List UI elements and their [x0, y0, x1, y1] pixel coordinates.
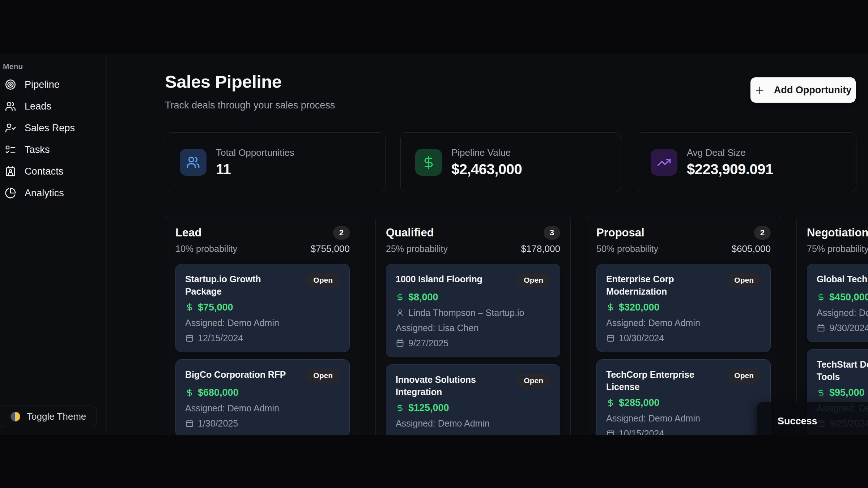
- column-lead: Lead 2 10% probability $755,000 Startup.…: [165, 215, 360, 435]
- deal-amount: $95,000: [829, 387, 865, 398]
- dollar-sign-icon: [185, 303, 194, 312]
- deal-date: 9/27/2025: [408, 338, 448, 348]
- users-icon: [4, 100, 17, 112]
- pie-chart-icon: [4, 187, 17, 199]
- column-title: Negotiation: [807, 226, 868, 239]
- calendar-icon: [606, 334, 615, 342]
- deal-assigned: Assigned: Demo Admin: [817, 308, 868, 318]
- column-title: Proposal: [596, 226, 644, 239]
- column-total: $755,000: [311, 243, 350, 254]
- user-icon: [396, 308, 404, 317]
- success-toast: Success: [757, 402, 868, 435]
- column-qualified: Qualified 3 25% probability $178,000 100…: [375, 215, 571, 435]
- calendar-icon: [606, 429, 615, 435]
- deal-card[interactable]: Startup.io Growth Package Open $75,000 A…: [175, 264, 350, 352]
- page-title: Sales Pipeline: [165, 72, 282, 92]
- column-total: $605,000: [732, 243, 771, 254]
- stat-card-avg-deal-size: Avg Deal Size $223,909.091: [636, 132, 856, 192]
- calendar-icon: [185, 419, 194, 428]
- sidebar-item-sales-reps[interactable]: Sales Reps: [0, 117, 106, 139]
- stat-label: Pipeline Value: [451, 147, 522, 158]
- calendar-icon: [396, 434, 404, 435]
- deal-title: Startup.io Growth Package: [185, 273, 294, 297]
- column-probability: 50% probability: [596, 244, 658, 254]
- column-probability: 25% probability: [386, 244, 448, 254]
- toggle-theme-label: Toggle Theme: [27, 411, 86, 422]
- column-title: Qualified: [386, 226, 434, 239]
- users-icon: [180, 149, 207, 176]
- sidebar-item-label: Pipeline: [25, 79, 60, 90]
- deal-title: Global Tech Solutions: [817, 273, 868, 285]
- dollar-sign-icon: [606, 303, 615, 312]
- deal-amount: $320,000: [619, 302, 660, 313]
- dollar-sign-icon: [606, 398, 615, 407]
- contact-card-icon: [4, 165, 17, 177]
- deal-title: Enterprise Corp Modernization: [606, 273, 715, 297]
- sidebar-menu-label: Menu: [3, 62, 23, 71]
- stat-value: 11: [216, 161, 294, 177]
- deal-title: TechCorp Enterprise License: [606, 368, 715, 393]
- column-title: Lead: [175, 226, 201, 239]
- sidebar-item-contacts[interactable]: Contacts: [0, 160, 106, 182]
- deal-date: 1/30/2025: [198, 418, 238, 429]
- toggle-theme-button[interactable]: Toggle Theme: [0, 406, 97, 427]
- column-total: $178,000: [521, 243, 560, 254]
- deal-contact: Linda Thompson – Startup.io: [408, 308, 524, 318]
- deal-date: 11/1/2024: [408, 433, 448, 435]
- calendar-icon: [185, 334, 194, 342]
- deal-amount: $75,000: [198, 302, 233, 313]
- trending-up-icon: [651, 149, 677, 176]
- deal-date: 10/15/2024: [619, 428, 664, 435]
- deal-amount: $285,000: [619, 397, 660, 408]
- column-count-badge: 2: [333, 226, 350, 240]
- toast-title: Success: [778, 416, 868, 427]
- status-badge: Open: [727, 273, 761, 287]
- column-proposal: Proposal 2 50% probability $605,000 Ente…: [586, 215, 781, 435]
- deal-assigned: Assigned: Demo Admin: [185, 403, 279, 414]
- deal-assigned: Assigned: Demo Admin: [606, 413, 700, 424]
- deal-title: Innovate Solutions Integration: [396, 373, 504, 398]
- calendar-icon: [817, 324, 825, 332]
- stat-label: Avg Deal Size: [687, 147, 773, 158]
- deal-date: 9/30/2024: [829, 323, 868, 333]
- sidebar-item-leads[interactable]: Leads: [0, 95, 106, 117]
- stat-card-total-opportunities: Total Opportunities 11: [165, 132, 386, 192]
- status-badge: Open: [516, 373, 550, 388]
- dollar-sign-icon: [817, 388, 825, 397]
- deal-card[interactable]: Innovate Solutions Integration Open $125…: [386, 364, 560, 435]
- deal-date: 12/15/2024: [198, 333, 243, 343]
- sidebar-nav: Pipeline Leads Sales Reps Tasks Contacts…: [0, 74, 106, 204]
- half-moon-icon: [10, 412, 20, 421]
- deal-title: BigCo Corporation RFP: [185, 368, 286, 381]
- list-todo-icon: [4, 144, 17, 156]
- deal-card[interactable]: Global Tech Solutions Open $450,000 Assi…: [807, 264, 868, 342]
- dollar-sign-icon: [396, 403, 404, 412]
- sidebar-item-label: Sales Reps: [25, 123, 75, 134]
- sidebar-item-pipeline[interactable]: Pipeline: [0, 74, 106, 95]
- sidebar-item-label: Leads: [25, 101, 51, 112]
- deal-title: 1000 Island Flooring: [396, 273, 482, 285]
- stat-value: $2,463,000: [451, 161, 522, 177]
- deal-assigned: Assigned: Lisa Chen: [396, 323, 478, 333]
- sidebar-item-analytics[interactable]: Analytics: [0, 182, 106, 204]
- add-opportunity-button[interactable]: Add Opportunity: [750, 77, 856, 103]
- deal-assigned: Assigned: Demo Admin: [606, 318, 700, 328]
- user-check-icon: [4, 122, 17, 134]
- sidebar-item-tasks[interactable]: Tasks: [0, 139, 106, 160]
- status-badge: Open: [306, 273, 340, 287]
- add-opportunity-label: Add Opportunity: [774, 85, 851, 96]
- deal-card[interactable]: BigCo Corporation RFP Open $680,000 Assi…: [175, 359, 350, 435]
- stat-value: $223,909.091: [687, 161, 773, 177]
- dollar-sign-icon: [817, 293, 825, 301]
- deal-card[interactable]: Enterprise Corp Modernization Open $320,…: [596, 264, 771, 352]
- target-icon: [4, 78, 17, 91]
- deal-amount: $680,000: [198, 387, 239, 398]
- deal-assigned: Assigned: Demo Admin: [396, 418, 490, 429]
- deal-amount: $450,000: [829, 292, 868, 303]
- stat-label: Total Opportunities: [216, 147, 294, 158]
- status-badge: Open: [727, 368, 761, 383]
- deal-card[interactable]: 1000 Island Flooring Open $8,000 Linda T…: [386, 264, 560, 357]
- page-subtitle: Track deals through your sales process: [165, 100, 335, 111]
- dollar-sign-icon: [396, 293, 404, 301]
- deal-card[interactable]: TechCorp Enterprise License Open $285,00…: [596, 359, 771, 435]
